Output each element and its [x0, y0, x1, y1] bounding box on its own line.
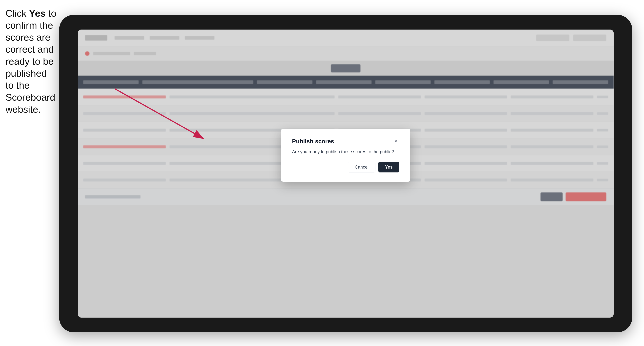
modal-close-button[interactable]: × [392, 138, 399, 145]
instruction-suffix: to confirm the scores are correct and re… [6, 8, 56, 115]
instruction-prefix: Click [6, 8, 29, 19]
modal-footer: Cancel Yes [292, 162, 399, 173]
tablet-screen: Publish scores × Are you ready to publis… [78, 29, 614, 318]
modal-body-text: Are you ready to publish these scores to… [292, 149, 399, 154]
modal-header: Publish scores × [292, 138, 399, 145]
modal-yes-button[interactable]: Yes [378, 162, 399, 173]
tablet-device: Publish scores × Are you ready to publis… [59, 15, 632, 332]
instruction-text: Click Yes to confirm the scores are corr… [6, 7, 57, 115]
modal-overlay: Publish scores × Are you ready to publis… [78, 29, 614, 318]
modal-title: Publish scores [292, 138, 334, 145]
modal-dialog: Publish scores × Are you ready to publis… [281, 129, 410, 182]
instruction-bold: Yes [29, 8, 46, 19]
modal-cancel-button[interactable]: Cancel [348, 162, 376, 173]
